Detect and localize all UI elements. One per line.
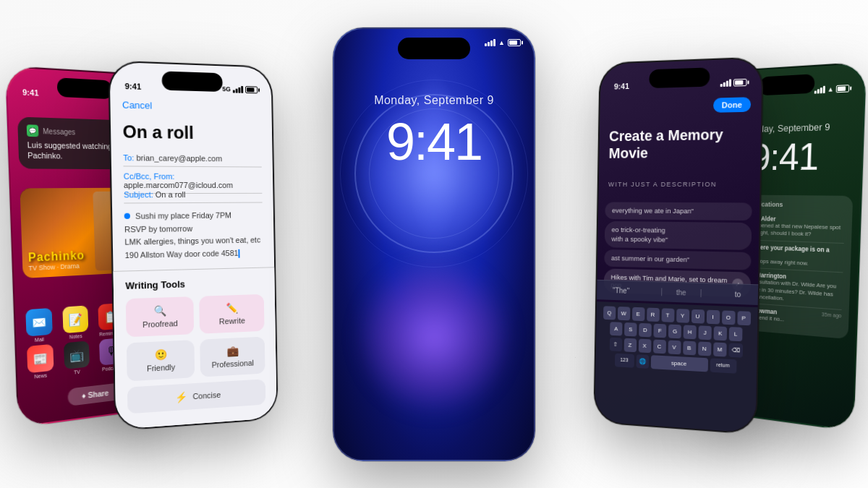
professional-icon: 💼 [226,345,239,357]
to-value: brian_carey@apple.com [136,153,222,163]
subject-value: On a roll [156,190,186,199]
writing-tools-buttons: 🔍 Proofread ✏️ Rewrite 🙂 Friendly 💼 Prof… [126,294,266,414]
carrier-label: 5G [222,85,231,93]
to-label: To: [123,153,134,161]
autocorrect-opt3[interactable]: to [735,290,741,298]
memory-subheadline: WITH JUST A DESCRIPTION [608,180,749,187]
cursor-dot [124,213,130,218]
battery-icon-4 [733,78,747,86]
phone-4: 9:41 Done Create a Memory Movie WI [593,56,763,435]
phone-3-center: ▲ Monday, September 9 9:41 [333,27,535,461]
status-icons-2: 5G [222,85,258,93]
autocorrect-opt1[interactable]: "The" [613,286,629,295]
prompt-3: ast summer in our garden" [604,249,751,270]
ring-outer [340,80,528,267]
key-P[interactable]: P [737,311,751,325]
key-W[interactable]: W [617,306,629,320]
scene: 9:41 ▲ 💬 [0,0,868,488]
keyboard: Q W E R T Y U I O P A S D F G H [595,301,757,433]
text-cursor [238,249,239,257]
battery-icon-3 [508,39,521,46]
key-E[interactable]: E [631,307,644,320]
rewrite-button[interactable]: ✏️ Rewrite [199,294,264,333]
friendly-button[interactable]: 🙂 Friendly [127,340,195,381]
rewrite-icon: ✏️ [226,301,238,313]
key-V[interactable]: V [668,340,681,354]
subject-field[interactable]: Subject: On a roll [124,186,263,203]
done-button[interactable]: Done [712,97,751,113]
concise-label: Concise [192,390,221,400]
key-D[interactable]: D [639,322,652,337]
key-G[interactable]: G [668,324,681,338]
wifi-icon-5: ▲ [827,85,834,93]
professional-label: Professional [212,358,254,369]
writing-tools-panel: Writing Tools 🔍 Proofread ✏️ Rewrite 🙂 F… [114,267,277,429]
key-H[interactable]: H [684,325,697,339]
key-M[interactable]: M [713,342,727,356]
key-space[interactable]: space [650,355,707,372]
key-N[interactable]: N [698,341,711,356]
wifi-icon-3: ▲ [498,39,505,46]
key-emoji[interactable]: 🌐 [636,354,649,369]
phone-2: 9:41 5G Cancel [108,60,278,431]
lock-date: Monday, September 9 [334,94,534,107]
proofread-icon: 🔍 [154,304,166,317]
key-Y[interactable]: Y [676,309,689,323]
body-line-1: Sushi my place Friday 7PM [135,210,231,220]
battery-icon-5 [836,85,850,93]
signal-icon-4 [720,79,731,87]
key-S[interactable]: S [624,322,637,335]
signal-icon-3 [485,39,495,46]
key-B[interactable]: B [683,341,696,355]
orb-visual-bottom [354,257,514,416]
to-field[interactable]: To: brian_carey@apple.com [123,149,262,167]
key-123[interactable]: 123 [614,353,634,367]
key-return[interactable]: return [710,358,736,373]
body-line-3: LMK allergies, things you won't eat, etc [124,235,260,246]
email-title: On a roll [122,121,194,143]
key-delete[interactable]: ⌫ [728,343,743,357]
autocorrect-opt2[interactable]: the [661,288,701,297]
dynamic-island-3 [398,38,470,59]
dynamic-island-1 [57,77,113,99]
key-Q[interactable]: Q [603,306,616,320]
status-icons-3: ▲ [485,39,521,46]
signal-icon-2 [233,85,244,93]
key-Z[interactable]: Z [624,338,637,352]
status-time-2: 9:41 [125,81,142,90]
key-K[interactable]: K [714,326,728,341]
key-F[interactable]: F [653,323,666,338]
key-C[interactable]: C [653,339,666,354]
key-T[interactable]: T [661,308,674,322]
dynamic-island-5 [759,74,814,95]
professional-button[interactable]: 💼 Professional [200,336,265,377]
concise-button[interactable]: ⚡ Concise [127,379,265,414]
memory-headline: Create a Memory Movie [608,125,750,162]
status-icons-5: ▲ [814,85,850,94]
key-U[interactable]: U [691,309,704,323]
status-time-4: 9:41 [614,82,629,90]
prompt-1: everything we ate in Japan" [605,202,752,221]
key-J[interactable]: J [698,325,711,340]
autocorrect-bar: "The" the to [597,279,758,304]
key-shift[interactable]: ⇧ [609,337,621,351]
body-line-2: RSVP by tomorrow [124,223,192,233]
key-O[interactable]: O [722,310,736,325]
messages-icon: 💬 [27,124,39,137]
key-R[interactable]: R [647,307,660,322]
key-I[interactable]: I [706,309,719,324]
body-line-4: 190 Allston Way door code 4581 [125,248,239,259]
battery-icon-2 [245,86,258,93]
proofread-button[interactable]: 🔍 Proofread [126,296,194,337]
proofread-label: Proofread [142,318,178,328]
dynamic-island-4 [649,67,710,88]
key-A[interactable]: A [610,322,622,335]
key-L[interactable]: L [729,327,743,341]
dynamic-island-2 [162,71,223,92]
key-X[interactable]: X [638,338,651,353]
prompt-2: eo trick-or-treatingwith a spooky vibe" [605,221,752,250]
lock-time: 9:41 [334,112,534,171]
cancel-button[interactable]: Cancel [122,99,153,111]
notif-time-4: 35m ago [821,312,841,330]
status-time-1: 9:41 [22,87,39,97]
